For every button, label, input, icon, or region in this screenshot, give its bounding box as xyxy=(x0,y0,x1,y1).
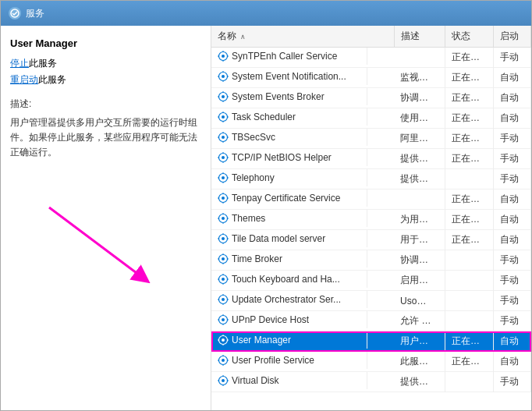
service-name-cell: UPnP Device Host xyxy=(211,311,367,328)
service-name-text: Tile Data model server xyxy=(232,233,325,244)
service-startup-cell: 自动 xyxy=(493,331,530,352)
svg-point-22 xyxy=(222,257,225,260)
service-desc-cell: 此服… xyxy=(394,352,445,372)
left-panel: User Manager 停止此服务 重启动此服务 描述: 用户管理器提供多用户… xyxy=(1,26,211,410)
service-status-cell: 正在… xyxy=(445,230,493,250)
col-desc[interactable]: 描述 xyxy=(394,26,445,48)
table-row[interactable]: UPnP Device Host允许 …手动 xyxy=(211,311,531,331)
service-icon xyxy=(218,132,229,143)
service-name-text: User Profile Service xyxy=(232,355,314,366)
service-name-text: Touch Keyboard and Ha... xyxy=(232,274,340,285)
service-icon xyxy=(218,335,229,345)
service-status-cell xyxy=(445,271,493,291)
table-row[interactable]: User Profile Service此服…正在…自动 xyxy=(211,352,531,372)
right-panel[interactable]: 名称 ∧ 描述 状态 启动 SynTPEnh Caller Service正在…… xyxy=(211,26,531,410)
desc-label: 描述: xyxy=(10,97,201,111)
service-icon xyxy=(218,112,229,122)
svg-point-26 xyxy=(222,298,225,301)
service-status-cell xyxy=(445,372,493,392)
services-window: 服务 User Manager 停止此服务 重启动此服务 描述: 用户管理器提供… xyxy=(0,0,532,411)
service-startup-cell: 自动 xyxy=(493,108,530,129)
service-name-cell: TBSecSvc xyxy=(211,129,367,146)
svg-point-16 xyxy=(222,197,225,200)
service-name-cell: User Manager xyxy=(211,331,367,349)
service-desc-cell: 提供… xyxy=(394,149,445,169)
table-row[interactable]: Tenpay Certificate Service正在…自动 xyxy=(211,190,531,210)
service-name-cell: System Events Broker xyxy=(211,88,367,105)
table-row[interactable]: Touch Keyboard and Ha...启用…手动 xyxy=(211,271,531,291)
table-row[interactable]: TBSecSvc阿里…正在…手动 xyxy=(211,129,531,149)
table-row[interactable]: Themes为用…正在…自动 xyxy=(211,210,531,230)
table-row[interactable]: SynTPEnh Caller Service正在…手动 xyxy=(211,48,531,68)
table-row[interactable]: System Event Notification...监视…正在…自动 xyxy=(211,68,531,88)
service-startup-cell: 手动 xyxy=(493,169,530,190)
table-row[interactable]: Telephony提供…手动 xyxy=(211,169,531,190)
table-row[interactable]: Tile Data model server用于…正在…自动 xyxy=(211,230,531,250)
service-desc-cell: Uso… xyxy=(394,291,445,311)
content-area: User Manager 停止此服务 重启动此服务 描述: 用户管理器提供多用户… xyxy=(1,26,531,410)
service-name-cell: SynTPEnh Caller Service xyxy=(211,48,367,65)
service-name-text: Virtual Disk xyxy=(232,375,278,386)
service-startup-cell: 自动 xyxy=(493,190,530,210)
service-name-cell: Telephony xyxy=(211,169,367,186)
window-title: 服务 xyxy=(26,7,44,20)
table-row[interactable]: Task Scheduler使用…正在…自动 xyxy=(211,108,531,129)
table-row[interactable]: Update Orchestrator Ser...Uso…手动 xyxy=(211,291,531,311)
service-icon xyxy=(218,274,229,285)
restart-suffix: 此服务 xyxy=(38,74,66,85)
service-icon xyxy=(218,193,229,204)
service-startup-cell: 自动 xyxy=(493,68,530,88)
service-name-cell: Tenpay Certificate Service xyxy=(211,190,367,207)
service-name-cell: Tile Data model server xyxy=(211,230,367,247)
service-startup-cell: 自动 xyxy=(493,230,530,250)
col-startup[interactable]: 启动 xyxy=(493,26,530,48)
table-row[interactable]: TCP/IP NetBIOS Helper提供…正在…手动 xyxy=(211,149,531,169)
service-startup-cell: 手动 xyxy=(493,311,530,331)
service-name-text: System Events Broker xyxy=(232,91,325,102)
table-row[interactable]: User Manager用户…正在…自动 xyxy=(211,331,531,352)
service-desc-cell: 提供… xyxy=(394,169,445,190)
col-name[interactable]: 名称 ∧ xyxy=(211,26,394,48)
window-icon xyxy=(9,7,21,19)
service-startup-cell: 手动 xyxy=(493,291,530,311)
svg-point-18 xyxy=(222,217,225,220)
service-startup-cell: 自动 xyxy=(493,352,530,372)
svg-point-24 xyxy=(222,278,225,281)
service-name-text: TCP/IP NetBIOS Helper xyxy=(232,152,332,163)
stop-service-link[interactable]: 停止 xyxy=(10,58,29,69)
title-bar: 服务 xyxy=(1,1,531,26)
table-row[interactable]: Time Broker协调…手动 xyxy=(211,250,531,271)
service-status-cell xyxy=(445,311,493,331)
service-startup-cell: 手动 xyxy=(493,129,530,149)
svg-point-4 xyxy=(222,75,225,78)
service-startup-cell: 手动 xyxy=(493,149,530,169)
table-row[interactable]: Virtual Disk提供…手动 xyxy=(211,372,531,392)
service-name-cell: Task Scheduler xyxy=(211,108,367,126)
svg-point-8 xyxy=(222,115,225,119)
service-status-cell: 正在… xyxy=(445,352,493,372)
service-name-text: System Event Notification... xyxy=(232,71,346,82)
service-status-cell: 正在… xyxy=(445,108,493,129)
service-name-text: Themes xyxy=(232,213,265,224)
svg-point-14 xyxy=(222,176,225,179)
service-icon xyxy=(218,152,229,163)
service-icon xyxy=(218,355,229,366)
service-status-cell xyxy=(445,291,493,311)
restart-service-link[interactable]: 重启动 xyxy=(10,74,38,85)
service-name-cell: Touch Keyboard and Ha... xyxy=(211,271,367,288)
table-row[interactable]: System Events Broker协调…正在…自动 xyxy=(211,88,531,108)
svg-point-34 xyxy=(222,379,225,382)
col-status[interactable]: 状态 xyxy=(445,26,493,48)
desc-text: 用户管理器提供多用户交互所需要的运行时组件。如果停止此服务，某些应用程序可能无法… xyxy=(10,115,201,161)
service-status-cell: 正在… xyxy=(445,331,493,352)
service-startup-cell: 手动 xyxy=(493,48,530,68)
sort-icon: ∧ xyxy=(240,33,246,41)
service-name-text: Task Scheduler xyxy=(232,112,296,122)
service-status-cell: 正在… xyxy=(445,149,493,169)
service-icon xyxy=(218,91,229,102)
service-icon xyxy=(218,213,229,224)
service-icon xyxy=(218,51,229,62)
service-icon xyxy=(218,294,229,305)
svg-point-20 xyxy=(222,237,225,240)
service-name-cell: System Event Notification... xyxy=(211,68,367,85)
